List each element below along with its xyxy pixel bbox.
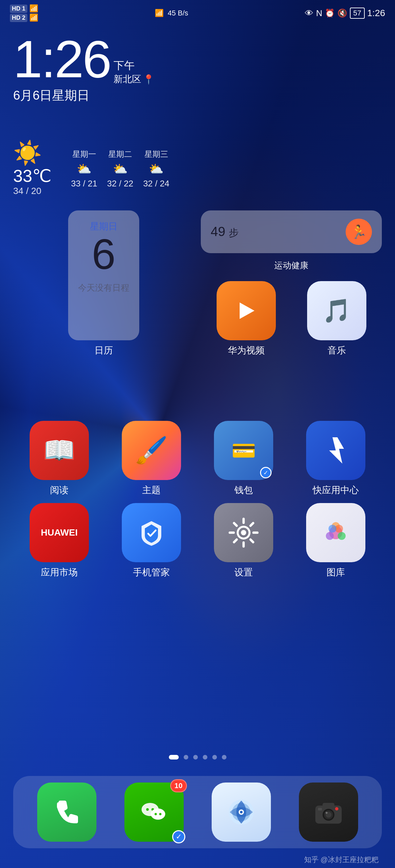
steps-unit: 步 xyxy=(229,226,238,240)
page-dot-1[interactable] xyxy=(169,755,179,760)
app-video-item[interactable]: 华为视频 xyxy=(210,281,282,357)
forecast-day3: 星期三 ⛅ 32 / 24 xyxy=(143,149,170,189)
app-settings-icon[interactable] xyxy=(214,503,273,562)
app-guardian-item[interactable]: 手机管家 xyxy=(115,503,188,579)
page-dot-6[interactable] xyxy=(222,755,226,760)
app-row-4: HUAWEI 应用市场 手机管家 设置 xyxy=(13,503,382,579)
time-row: 1:26 下午 新北区 📍 xyxy=(13,33,154,86)
dock-petal[interactable] xyxy=(211,782,271,842)
wechat-verified: ✓ xyxy=(172,830,185,843)
svg-point-6 xyxy=(338,532,346,540)
svg-point-19 xyxy=(240,811,243,813)
status-left: HD 1 📶 HD 2 📶 xyxy=(10,4,38,22)
status-right: 👁 N ⏰ 🔇 57 1:26 xyxy=(305,7,385,19)
sim1-badge: HD 1 xyxy=(10,5,27,13)
svg-marker-1 xyxy=(329,437,344,464)
calendar-widget-container: 星期日 6 今天没有日程 日历 xyxy=(13,210,194,357)
app-guardian-label: 手机管家 xyxy=(133,566,170,579)
status-bar: HD 1 📶 HD 2 📶 📶 45 B/s 👁 N ⏰ 🔇 57 1:26 xyxy=(0,0,395,26)
svg-point-15 xyxy=(159,813,161,815)
forecast-day1-icon: ⛅ xyxy=(77,162,91,176)
svg-point-7 xyxy=(326,532,334,540)
app-market-item[interactable]: HUAWEI 应用市场 xyxy=(23,503,95,579)
steps-display: 49 步 xyxy=(211,224,238,240)
petal-maps-icon[interactable] xyxy=(211,782,271,842)
alarm-icon: ⏰ xyxy=(325,8,335,18)
app-quick-icon[interactable] xyxy=(306,421,365,480)
app-gallery-icon[interactable] xyxy=(306,503,365,562)
big-clock: 1:26 xyxy=(13,33,110,86)
date-display: 6月6日星期日 xyxy=(13,87,154,104)
app-music-item[interactable]: 🎵 音乐 xyxy=(301,281,373,357)
app-guardian-icon[interactable] xyxy=(122,503,181,562)
page-dot-4[interactable] xyxy=(203,755,207,760)
app-video-icon[interactable] xyxy=(217,281,276,340)
forecast-day2-icon: ⛅ xyxy=(113,162,128,176)
calendar-widget[interactable]: 星期日 6 今天没有日程 xyxy=(68,210,139,340)
app-settings-item[interactable]: 设置 xyxy=(207,503,280,579)
app-wallet-icon[interactable]: 💳 ✓ xyxy=(214,421,273,480)
nfc-icon: N xyxy=(316,8,322,19)
svg-point-13 xyxy=(151,808,165,820)
wechat-badge: 10 xyxy=(170,779,187,793)
app-row-3: 📖 阅读 🖌️ 主题 💳 ✓ 钱包 快应用中心 xyxy=(13,421,382,496)
forecast-day3-icon: ⛅ xyxy=(149,162,164,176)
app-market-icon[interactable]: HUAWEI xyxy=(30,503,89,562)
right-widgets: 49 步 🏃 运动健康 华为视频 🎵 音乐 xyxy=(201,210,382,357)
app-market-label: 应用市场 xyxy=(41,566,78,579)
silent-icon: 🔇 xyxy=(337,8,347,18)
app-music-icon[interactable]: 🎵 xyxy=(307,281,366,340)
app-theme-item[interactable]: 🖌️ 主题 xyxy=(115,421,188,496)
weather-sun-icon: ☀️ xyxy=(13,142,42,164)
page-dot-5[interactable] xyxy=(212,755,217,760)
app-read-icon[interactable]: 📖 xyxy=(30,421,89,480)
app-quick-item[interactable]: 快应用中心 xyxy=(300,421,372,496)
eye-icon: 👁 xyxy=(305,8,313,19)
app-music-label: 音乐 xyxy=(328,344,346,357)
dock-wechat[interactable]: 10 ✓ xyxy=(124,782,184,842)
dock-camera[interactable] xyxy=(299,782,358,842)
time-ampm: 下午 xyxy=(114,59,154,73)
time-details: 下午 新北区 📍 xyxy=(114,59,154,86)
svg-point-3 xyxy=(241,530,246,535)
page-dot-2[interactable] xyxy=(184,755,188,760)
steps-count: 49 xyxy=(211,224,225,239)
page-indicators xyxy=(0,755,395,760)
app-gallery-label: 图库 xyxy=(327,566,345,579)
phone-icon[interactable] xyxy=(37,782,96,842)
app-wallet-item[interactable]: 💳 ✓ 钱包 xyxy=(207,421,280,496)
page-dot-3[interactable] xyxy=(193,755,198,760)
forecast-day1-label: 星期一 xyxy=(73,149,96,159)
forecast-day1-range: 33 / 21 xyxy=(71,179,97,189)
app-gallery-item[interactable]: 图库 xyxy=(300,503,372,579)
weather-range-today: 34 / 20 xyxy=(13,186,41,196)
app-video-label: 华为视频 xyxy=(228,344,265,357)
sim2-badge: HD 2 xyxy=(10,14,27,22)
svg-point-25 xyxy=(326,812,328,814)
steps-widget[interactable]: 49 步 🏃 xyxy=(201,210,382,253)
app-quick-label: 快应用中心 xyxy=(313,484,359,496)
forecast-day3-range: 32 / 24 xyxy=(143,179,170,189)
app-read-label: 阅读 xyxy=(50,484,68,496)
app-theme-icon[interactable]: 🖌️ xyxy=(122,421,181,480)
status-sim-row2: HD 2 📶 xyxy=(10,13,38,22)
signal2-icon: 📶 xyxy=(29,13,38,22)
svg-point-14 xyxy=(154,813,157,815)
svg-point-9 xyxy=(329,525,336,533)
forecast-day2-range: 32 / 22 xyxy=(107,179,133,189)
weather-widget[interactable]: ☀️ 33℃ 34 / 20 星期一 ⛅ 33 / 21 星期二 ⛅ 32 / … xyxy=(13,142,382,196)
weather-today: ☀️ 33℃ 34 / 20 xyxy=(13,142,51,196)
app-row-2-right: 华为视频 🎵 音乐 xyxy=(201,281,382,357)
health-app-label: 运动健康 xyxy=(201,260,382,271)
cal-no-schedule: 今天没有日程 xyxy=(78,282,130,293)
svg-point-11 xyxy=(146,808,149,811)
dock: 10 ✓ xyxy=(13,776,382,848)
svg-rect-21 xyxy=(322,803,334,808)
location-icon: 📍 xyxy=(143,74,154,85)
app-read-item[interactable]: 📖 阅读 xyxy=(23,421,95,496)
forecast-day3-label: 星期三 xyxy=(144,149,168,159)
clock-widget: 1:26 下午 新北区 📍 6月6日星期日 xyxy=(13,33,154,104)
camera-icon[interactable] xyxy=(299,782,358,842)
status-sim-row1: HD 1 📶 xyxy=(10,4,38,13)
dock-phone[interactable] xyxy=(37,782,96,842)
